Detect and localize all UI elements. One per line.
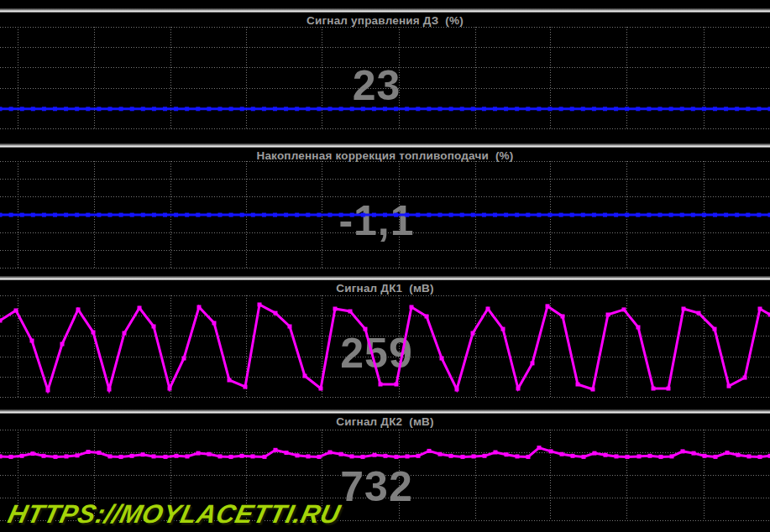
panel-divider (0, 409, 770, 414)
panel-throttle-control-signal: Сигнал управления ДЗ (%) 23 (0, 13, 770, 143)
throttle-signal-waveform (0, 13, 770, 143)
watermark-url: HTTPS://MOYLACETTI.RU (5, 499, 343, 529)
panel-divider (0, 276, 770, 280)
panel-divider (0, 8, 770, 13)
fuel-correction-waveform (0, 148, 770, 276)
panel-o2-sensor-1: Сигнал ДК1 (мВ) 259 (0, 280, 770, 409)
diagnostic-oscilloscope-screen: Сигнал управления ДЗ (%) 23 Накопленная … (0, 0, 770, 532)
o2-sensor-1-waveform (0, 280, 770, 409)
panel-fuel-correction: Накопленная коррекция топливоподачи (%) … (0, 148, 770, 276)
panel-divider (0, 143, 770, 148)
